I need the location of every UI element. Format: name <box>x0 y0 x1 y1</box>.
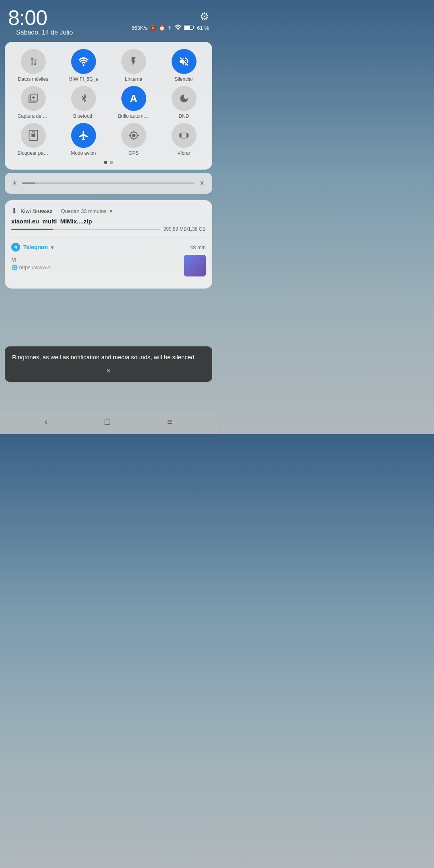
brightness-fill <box>22 182 35 184</box>
qs-wifi-label: MIWIFI_5G_e <box>68 76 98 82</box>
qs-flashlight-icon <box>121 49 146 74</box>
toast-notification: Ringtones, as well as notification and m… <box>5 346 212 382</box>
download-progress-track <box>11 229 160 230</box>
telegram-link-preview: 🌐 https://www.e... <box>11 264 181 270</box>
download-progress-fill <box>11 229 53 230</box>
qs-wifi-icon <box>71 49 96 74</box>
bottom-navigation: ‹ □ ≡ <box>0 410 217 434</box>
qs-screen-lock-label: Bloquear pantall <box>18 150 49 156</box>
telegram-name: Telegram <box>23 244 48 250</box>
toast-message: Ringtones, as well as notification and m… <box>12 354 196 360</box>
telegram-chevron-icon: ▾ <box>51 244 54 250</box>
telegram-preview-char: M <box>11 256 181 263</box>
qs-gps[interactable]: GPS <box>109 123 158 156</box>
qs-airplane[interactable]: Modo avión <box>59 123 108 156</box>
kiwi-time-info: · <box>56 208 58 214</box>
handle-pill <box>100 196 117 198</box>
kiwi-download-icon: ⬇ <box>11 207 17 215</box>
qs-auto-brightness[interactable]: A Brillo automático <box>109 86 158 119</box>
qs-screen-lock-icon <box>21 123 46 148</box>
recents-button[interactable]: ≡ <box>167 417 172 427</box>
quick-settings-panel: Datos móviles MIWIFI_5G_e Linterna <box>5 42 212 170</box>
qs-dnd-icon <box>172 86 197 111</box>
svg-rect-3 <box>185 26 190 29</box>
qs-auto-brightness-icon: A <box>121 86 146 111</box>
status-icons: 563K/s 🔕 ⏰ ✈ 61 % <box>131 25 209 31</box>
qs-mobile-data[interactable]: Datos móviles <box>9 49 57 82</box>
download-size: 399,89 MB/1,38 GB <box>164 226 206 232</box>
battery-percent: 61 % <box>197 25 209 31</box>
qs-flashlight-label: Linterna <box>125 76 142 82</box>
qs-silent-label: Silenciar <box>174 76 193 82</box>
qs-page-dots <box>9 161 208 164</box>
kiwi-app-name: Kiwi Browser <box>20 208 53 214</box>
qs-mobile-data-icon <box>21 49 46 74</box>
alarm-icon: ⏰ <box>159 25 165 31</box>
brightness-low-icon: ☀ <box>11 179 18 188</box>
date-label: Sábado, 14 de Julio <box>8 29 73 36</box>
qs-gps-icon <box>121 123 146 148</box>
notifications-panel: ⬇ Kiwi Browser · Quedan 33 minutos ▾ xia… <box>5 200 212 289</box>
notif-divider <box>11 237 206 238</box>
svg-rect-2 <box>193 27 194 29</box>
telegram-icon <box>11 243 20 252</box>
brightness-high-icon: ☀ <box>199 178 206 188</box>
qs-mobile-data-label: Datos móviles <box>18 76 48 82</box>
notification-kiwi-download[interactable]: ⬇ Kiwi Browser · Quedan 33 minutos ▾ xia… <box>11 207 206 232</box>
qs-dot-2 <box>110 161 113 164</box>
kiwi-filename: xiaomi.eu_multi_MIMix....zip <box>11 218 206 225</box>
drag-handle[interactable] <box>0 196 217 198</box>
qs-auto-brightness-label: Brillo automático <box>118 113 149 119</box>
home-button[interactable]: □ <box>105 417 110 427</box>
qs-flashlight[interactable]: Linterna <box>109 49 158 82</box>
brightness-panel[interactable]: ☀ ☀ <box>5 173 212 194</box>
qs-dnd[interactable]: DND <box>160 86 208 119</box>
qs-bluetooth-icon <box>71 86 96 111</box>
telegram-preview-image <box>184 255 206 276</box>
qs-vibrate-icon <box>172 123 197 148</box>
svg-point-4 <box>82 64 84 66</box>
silent-icon: 🔕 <box>150 25 156 31</box>
qs-airplane-label: Modo avión <box>71 150 96 156</box>
qs-dnd-label: DND <box>179 113 189 119</box>
qs-silent[interactable]: Silenciar <box>160 49 208 82</box>
status-bar: 8:00 Sábado, 14 de Julio ⚙ 563K/s 🔕 ⏰ ✈ <box>0 0 217 36</box>
svg-point-0 <box>178 29 179 31</box>
qs-gps-label: GPS <box>129 150 139 156</box>
telegram-time: 48 min <box>190 244 206 250</box>
qs-airplane-icon <box>71 123 96 148</box>
qs-screen-lock[interactable]: Bloquear pantall <box>9 123 57 156</box>
airplane-status-icon: ✈ <box>168 25 172 31</box>
qs-silent-icon <box>172 49 197 74</box>
battery-icon <box>184 25 194 31</box>
quick-settings-grid: Datos móviles MIWIFI_5G_e Linterna <box>9 49 208 156</box>
svg-rect-6 <box>31 134 35 137</box>
toast-close-button[interactable]: × <box>106 366 111 376</box>
qs-bluetooth-label: Bluetooth <box>73 113 94 119</box>
speed-indicator: 563K/s <box>131 25 147 31</box>
settings-icon[interactable]: ⚙ <box>200 10 209 23</box>
brightness-track[interactable] <box>22 182 194 184</box>
qs-screenshot[interactable]: Captura de pant <box>9 86 57 119</box>
qs-dot-1 <box>104 161 107 164</box>
qs-wifi[interactable]: MIWIFI_5G_e <box>59 49 108 82</box>
qs-vibrate-label: Vibrar <box>178 150 190 156</box>
back-button[interactable]: ‹ <box>45 417 47 427</box>
qs-screenshot-icon <box>21 86 46 111</box>
wifi-status-icon <box>174 25 182 31</box>
qs-vibrate[interactable]: Vibrar <box>160 123 208 156</box>
kiwi-remaining: Quedan 33 minutos <box>61 208 106 214</box>
qs-screenshot-label: Captura de pant <box>18 113 49 119</box>
clock: 8:00 <box>8 7 73 28</box>
qs-bluetooth[interactable]: Bluetooth <box>59 86 108 119</box>
notification-telegram[interactable]: Telegram ▾ 48 min M 🌐 https://www.e... <box>11 243 206 276</box>
kiwi-chevron-icon: ▾ <box>110 208 113 214</box>
